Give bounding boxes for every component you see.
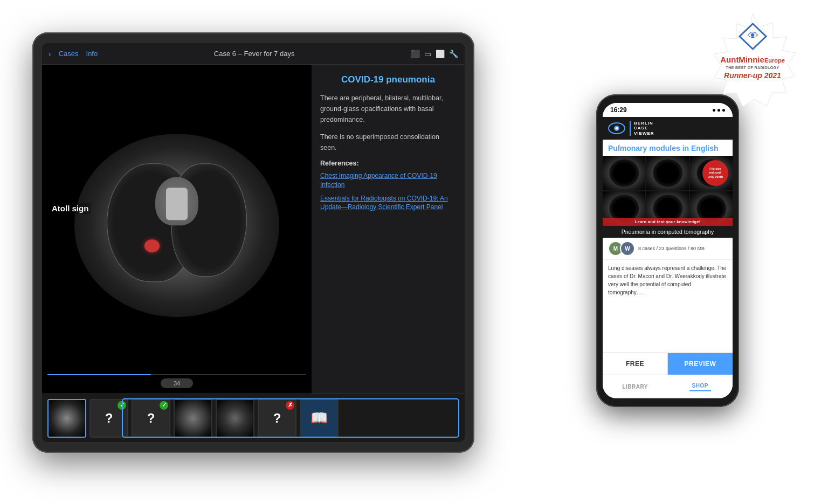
ct-spine <box>166 188 188 220</box>
badge-logo-icon: 👁 <box>738 22 768 51</box>
settings-icon[interactable]: 🔧 <box>449 50 458 58</box>
library-tab-label: LIBRARY <box>622 384 648 390</box>
info-link[interactable]: Info <box>86 50 98 58</box>
badge-runner-up-text: Runner-up 2021 <box>724 71 781 80</box>
reference-link-1[interactable]: Chest Imaging Appearance of COVID-19 Inf… <box>320 171 456 190</box>
case-description-2: There is no superimposed consolidation s… <box>320 132 456 153</box>
ct-scan-viewer: Atoll sign 34 <box>42 65 312 393</box>
tablet: ‹ Cases Info Case 6 – Fever for 7 days ⬛… <box>32 32 474 453</box>
book-icon: 📖 <box>301 400 337 437</box>
cta-row: FREE PREVIEW <box>603 353 733 375</box>
thumbnail-strip: ? ✓ ? ✓ ? ✗ <box>42 393 465 442</box>
scan-progress-fill <box>47 374 151 375</box>
ct-image: Atoll sign 34 <box>42 65 312 393</box>
free-button[interactable]: FREE <box>603 353 668 375</box>
phone-content: Pulmonary modules in English File sizere… <box>603 140 733 375</box>
layout-icon-1[interactable]: ⬛ <box>411 50 420 58</box>
thumbnail-3[interactable]: ? ✓ <box>132 399 170 438</box>
tablet-screen: ‹ Cases Info Case 6 – Fever for 7 days ⬛… <box>42 43 465 442</box>
preview-button[interactable]: PREVIEW <box>668 353 733 375</box>
file-size-badge: File sizereduced!Only 90MB <box>702 160 728 186</box>
thumbnail-7[interactable]: 📖 <box>300 399 339 438</box>
badge-logo-text: AuntMinnieEurope <box>720 56 785 65</box>
course-meta: M W 8 cases / 23 questions / 80 MB <box>603 238 733 259</box>
avatar-group: M W <box>608 241 635 256</box>
phone-time: 16:29 <box>610 106 627 114</box>
scan-progress-bar[interactable] <box>47 374 306 375</box>
atoll-sign-label: Atoll sign <box>50 203 91 214</box>
phone: 16:29 BERLIN CASE VIEWER <box>596 94 739 407</box>
avatar-2: W <box>620 241 635 256</box>
phone-screen: 16:29 BERLIN CASE VIEWER <box>603 103 733 398</box>
thumbnail-4[interactable] <box>174 399 212 438</box>
shop-tab-underline <box>689 390 711 391</box>
layout-icon-2[interactable]: ▭ <box>424 50 431 58</box>
topbar-right: ⬛ ▭ ⬜ 🔧 <box>411 50 458 58</box>
tab-shop[interactable]: SHOP <box>668 375 733 398</box>
thumbnail-5[interactable] <box>216 399 254 438</box>
correct-badge-3: ✓ <box>160 401 168 410</box>
ct-cell-1 <box>603 156 645 190</box>
ct-body-silhouette <box>74 134 279 317</box>
topbar-left: ‹ Cases Info <box>49 50 98 58</box>
ct-lesion <box>144 239 160 252</box>
slice-indicator[interactable]: 34 <box>161 378 193 388</box>
case-diagnosis-title: COVID-19 pneumonia <box>320 74 456 85</box>
thumbnail-2[interactable]: ? ✓ <box>89 399 128 438</box>
svg-text:👁: 👁 <box>747 30 758 42</box>
case-description-1: There are peripheral, bilateral, multilo… <box>320 93 456 125</box>
course-banner: Learn and test your knowledge! <box>603 218 733 226</box>
cases-link[interactable]: Cases <box>59 50 79 58</box>
auntminnie-badge: 👁 AuntMinnieEurope THE BEST OF RADIOLOGY… <box>699 11 806 119</box>
layout-icon-3[interactable]: ⬜ <box>436 50 445 58</box>
tablet-body: ‹ Cases Info Case 6 – Fever for 7 days ⬛… <box>32 32 474 453</box>
wrong-badge-6: ✗ <box>286 401 294 410</box>
badge-best-of-text: THE BEST OF RADIOLOGY <box>726 66 779 70</box>
svg-point-2 <box>616 127 618 130</box>
phone-body: 16:29 BERLIN CASE VIEWER <box>596 94 739 407</box>
ct-cell-2 <box>646 156 689 190</box>
tab-library[interactable]: LIBRARY <box>603 375 668 398</box>
reference-link-2[interactable]: Essentials for Radiologists on COVID-19:… <box>320 194 456 212</box>
course-image: File sizereduced!Only 90MB Learn and tes… <box>603 156 733 226</box>
thumbnail-1[interactable] <box>47 399 86 438</box>
references-label: References: <box>320 160 456 167</box>
case-title-topbar: Case 6 – Fever for 7 days <box>98 50 411 58</box>
course-description: Lung diseases always represent a challen… <box>603 259 733 353</box>
phone-app-header: BERLIN CASE VIEWER <box>603 117 733 140</box>
phone-tab-bar: LIBRARY SHOP <box>603 375 733 398</box>
phone-section-title: Pulmonary modules in English <box>603 140 733 156</box>
correct-badge-2: ✓ <box>118 401 126 410</box>
course-stats: 8 cases / 23 questions / 80 MB <box>638 246 705 251</box>
badge-inner: 👁 AuntMinnieEurope THE BEST OF RADIOLOGY… <box>699 11 806 91</box>
tablet-main-content: Atoll sign 34 COVID-19 pneumonia There a… <box>42 65 465 393</box>
thumbnail-6[interactable]: ? ✗ <box>258 399 296 438</box>
badge-icon-container: 👁 <box>738 22 768 53</box>
back-arrow[interactable]: ‹ <box>49 50 51 58</box>
shop-tab-label: SHOP <box>692 383 708 389</box>
phone-app-title: BERLIN CASE VIEWER <box>630 121 654 136</box>
case-info-panel: COVID-19 pneumonia There are peripheral,… <box>312 65 465 393</box>
course-caption: Pneumonia in computed tomography <box>603 226 733 238</box>
tablet-topbar: ‹ Cases Info Case 6 – Fever for 7 days ⬛… <box>42 43 465 65</box>
eye-icon <box>608 122 625 134</box>
